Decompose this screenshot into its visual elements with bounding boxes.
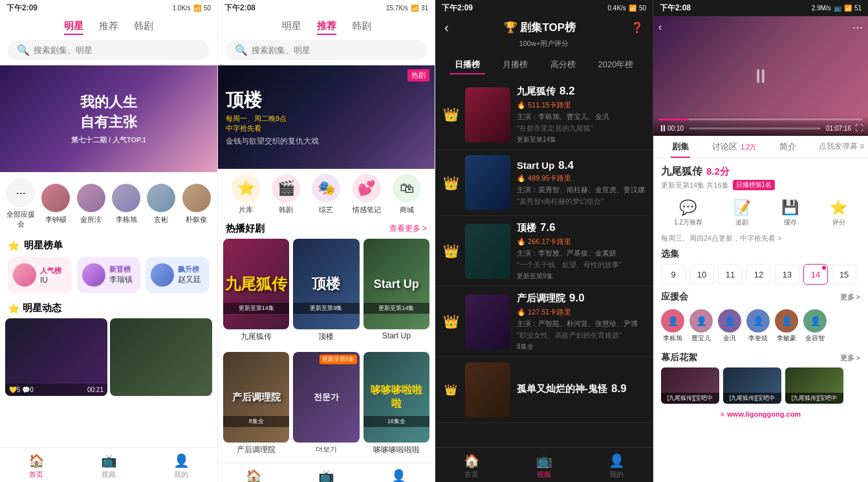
ep-15[interactable]: 15: [832, 264, 856, 285]
rank-card-rising[interactable]: 飙升榜 赵又廷: [146, 257, 210, 293]
bottom-nav-home-3[interactable]: 🏠 首页: [435, 453, 508, 479]
p3-tab-high[interactable]: 高分榜: [545, 56, 581, 74]
avatar-hyun[interactable]: 玄彬: [146, 184, 177, 225]
behind-card-3[interactable]: [九尾狐传][宝吧中: [785, 367, 843, 404]
p4-tab-intro[interactable]: 简介: [761, 136, 814, 158]
banner-content-2: 顶楼 每周一、周二晚9点 中字抢先看 金钱与欲望交织的复仇大戏: [218, 80, 435, 155]
supporter-2[interactable]: 👤 曹宝儿: [689, 309, 713, 343]
action-download[interactable]: 💾 缓存: [781, 199, 799, 227]
video-back-btn[interactable]: ‹: [658, 21, 662, 33]
search-input-2[interactable]: [252, 45, 418, 55]
bottom-nav-2: 🏠 首页 📺 视频 👤 我的: [218, 463, 435, 482]
p3-tab-monthly[interactable]: 月播榜: [497, 56, 533, 74]
bottom-nav-video-label-1: 视频: [102, 470, 116, 479]
menu-emotion[interactable]: 💕 情感笔记: [353, 174, 381, 215]
nav-tab-korean-1[interactable]: 韩剧: [134, 19, 153, 35]
drama-card-2[interactable]: 顶楼 更新至第9集: [293, 239, 359, 329]
search-bar-2[interactable]: 🔍: [226, 40, 427, 60]
nav-tab-recommend-1[interactable]: 推荐: [99, 19, 118, 35]
avatar-lee[interactable]: 李钟硕: [40, 184, 71, 225]
p3-drama-title-row-5: 孤单又灿烂的神-鬼怪 8.9: [517, 382, 645, 398]
avatar-park[interactable]: 朴叙俊: [181, 184, 212, 225]
behind-card-1[interactable]: [九尾狐传][宝吧中: [661, 367, 719, 404]
bottom-nav-profile-3[interactable]: 👤 我的: [580, 453, 653, 479]
nav-tab-recommend-2[interactable]: 推荐: [317, 19, 336, 35]
barrage-input[interactable]: 点我发弹幕 ≡: [815, 136, 868, 158]
search-input-1[interactable]: [34, 45, 201, 55]
drama-card-4[interactable]: 产后调理院 8集全: [223, 352, 289, 443]
action-recommend[interactable]: 💬 1.2万推荐: [674, 199, 702, 227]
supporters-more[interactable]: 更多 >: [840, 292, 860, 302]
banner-sub-2: 中字抢先看: [226, 124, 427, 133]
menu-korean[interactable]: 🎬 韩剧: [272, 174, 300, 215]
ep-13[interactable]: 13: [775, 264, 799, 285]
wifi-icon-3: 📶: [629, 5, 636, 12]
search-bar-1[interactable]: 🔍: [8, 40, 210, 60]
help-icon-3[interactable]: ❓: [631, 21, 644, 34]
nav-tab-korean-2[interactable]: 韩剧: [352, 19, 371, 35]
p3-tab-daily[interactable]: 日播榜: [450, 56, 485, 74]
avatar-all[interactable]: ··· 全部应援会: [5, 179, 36, 229]
p3-item-1[interactable]: 👑 九尾狐传 8.2 🔥 511.15卡路里 主演：李栋旭、曹宝儿、金汎 "在都…: [435, 80, 653, 150]
menu-shop[interactable]: 🛍 商城: [393, 174, 421, 215]
avatar-park-label: 朴叙俊: [186, 215, 207, 225]
dynamic-card-1[interactable]: 💛5 💬0 00:21: [5, 318, 107, 396]
rank-card-popular[interactable]: 人气榜 IU: [8, 257, 72, 293]
p4-tab-discuss[interactable]: 讨论区 1.2万: [707, 136, 761, 158]
status-bar-1: 下午2:09 1.0K/s 📶 50: [0, 0, 217, 16]
see-more-btn[interactable]: 查看更多 >: [389, 223, 427, 234]
menu-library[interactable]: ⭐ 片库: [232, 174, 260, 215]
bottom-nav-profile-1[interactable]: 👤 我的: [145, 453, 217, 479]
supporter-4[interactable]: 👤 李奎炫: [746, 309, 770, 343]
nav-tab-star-1[interactable]: 明星: [64, 19, 83, 35]
p3-tab-year[interactable]: 2020年榜: [593, 56, 639, 74]
avatar-kim[interactable]: 金所泫: [76, 184, 107, 225]
banner-1[interactable]: 我的人生 自有主张 第七十二期 / 人气TOP.1: [0, 65, 217, 172]
back-button-3[interactable]: ‹: [444, 20, 449, 35]
ep-9[interactable]: 9: [661, 264, 686, 285]
video-player[interactable]: ⏸ ‹ ⋯ ⏸ 00:10 01:07:16 ⛶: [653, 16, 868, 136]
bottom-nav-video-2[interactable]: 📺 视频: [290, 468, 363, 482]
supporter-5[interactable]: 👤 李敏豪: [775, 309, 798, 343]
drama-card-1[interactable]: 九尾狐传 更新至第14集: [223, 239, 289, 329]
supporter-6[interactable]: 👤 金容智: [803, 309, 827, 343]
behind-more[interactable]: 更多 >: [840, 353, 860, 363]
bottom-nav-home-1[interactable]: 🏠 首页: [0, 453, 72, 479]
watermark: ≡ www.ligonggong.com: [653, 408, 868, 419]
behind-card-2[interactable]: [九尾狐传][宝吧中: [723, 367, 781, 404]
supporter-3[interactable]: 👤 金汎: [718, 309, 741, 343]
p4-tab-episodes[interactable]: 剧集: [653, 136, 707, 158]
drama-card-6[interactable]: 哆哆哆啦啦啦 16集全: [363, 352, 429, 443]
p3-item-4[interactable]: 👑 产后调理院 9.0 🔥 127.51卡路里 主演：严智苑、朴河宣、张慧珍、尹…: [435, 287, 653, 357]
video-more-btn[interactable]: ⋯: [852, 21, 863, 34]
pause-button[interactable]: ⏸: [658, 123, 667, 133]
bottom-nav-home-2[interactable]: 🏠 首页: [218, 468, 290, 482]
drama-card-5[interactable]: 更新至第5集 전문가: [293, 352, 359, 443]
ep-12[interactable]: 12: [746, 264, 771, 285]
supporter-1[interactable]: 👤 李栋旭: [661, 309, 684, 343]
bottom-nav-profile-2[interactable]: 👤 我的: [362, 468, 435, 482]
banner-2[interactable]: 热剧 顶楼 每周一、周二晚9点 中字抢先看 金钱与欲望交织的复仇大戏: [218, 65, 435, 169]
avatar-li[interactable]: 李栋旭: [111, 184, 142, 225]
menu-variety[interactable]: 🎭 综艺: [312, 174, 340, 215]
seek-bar[interactable]: [689, 127, 821, 129]
p3-item-3[interactable]: 👑 顶楼 7.6 🔥 266.17卡路里 主演：李智雅、严基俊、金素妍 "一个关…: [435, 216, 653, 287]
rank-card-new[interactable]: 新晋榜 李瑞镇: [77, 257, 141, 293]
action-follow[interactable]: 📝 追剧: [733, 199, 751, 227]
ep-11[interactable]: 11: [718, 264, 743, 285]
nav-tab-star-2[interactable]: 明星: [282, 19, 301, 35]
supporter-avatar-2: 👤: [689, 309, 713, 333]
drama-card-3[interactable]: Start Up 更新至第14集: [363, 239, 429, 329]
dynamic-card-2[interactable]: [110, 318, 212, 396]
p3-item-2[interactable]: 👑 Start Up 8.4 🔥 489.95卡路里 主演：裴秀智、南柱赫、金宣…: [435, 150, 653, 216]
ep-14[interactable]: 14: [803, 264, 828, 285]
bottom-nav-video-1[interactable]: 📺 视频: [72, 453, 145, 479]
bottom-nav-video-3[interactable]: 📺 视频: [508, 453, 580, 479]
more-icon[interactable]: ···: [6, 179, 35, 207]
ep-10[interactable]: 10: [689, 264, 714, 285]
p3-drama-name-3: 顶楼: [517, 222, 536, 234]
progress-bar[interactable]: [658, 118, 863, 120]
action-rate[interactable]: ⭐ 评分: [830, 199, 847, 227]
p3-item-5[interactable]: 👑 孤单又灿烂的神-鬼怪 8.9: [435, 357, 653, 423]
fullscreen-button[interactable]: ⛶: [855, 124, 863, 133]
